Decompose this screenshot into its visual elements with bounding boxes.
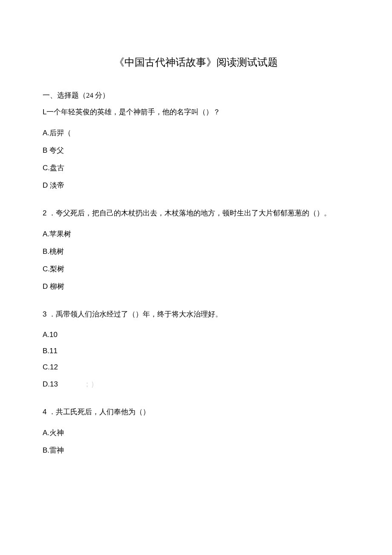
option-2b-text: 桃树: [49, 247, 64, 256]
option-1b-text: 夸父: [47, 146, 63, 154]
option-4b-text: 雷神: [49, 446, 64, 454]
question-4: 4 ．共工氏死后，人们奉他为（） A.火神 B.雷神: [43, 406, 349, 455]
option-4b: B.雷神: [43, 445, 349, 455]
option-3a-prefix: A.: [43, 331, 49, 339]
option-2d-prefix: D: [43, 282, 48, 291]
option-2b-prefix: B.: [43, 247, 49, 256]
option-3d-annotation: ；）: [84, 380, 98, 388]
option-4a: A.火神: [43, 428, 349, 438]
option-3b-text: 11: [49, 347, 58, 355]
option-1b-prefix: B: [43, 146, 47, 154]
option-1b: B 夸父: [43, 145, 349, 155]
option-1a-prefix: A.: [43, 129, 49, 137]
option-3c-text: 12: [50, 363, 58, 371]
option-3c-prefix: C.: [43, 363, 50, 371]
document-title: 《中国古代神话故事》阅读测试试题: [43, 55, 349, 69]
option-3d-prefix: D.: [43, 380, 50, 388]
question-1-text: L一个年轻英俊的英雄，是个神箭手，他的名字叫（）？: [43, 106, 349, 118]
option-1c: C.盘古: [43, 163, 349, 173]
question-4-body: ．共工氏死后，人们奉他为（）: [46, 408, 150, 416]
option-1a: A.后羿（: [43, 128, 349, 138]
option-3d: D.13；）: [43, 379, 349, 389]
option-1a-text: 后羿（: [49, 129, 71, 137]
option-2a-prefix: A.: [43, 230, 49, 238]
question-3-text: 3 ．禹带领人们治水经过了（）年，终于将大水治理好。: [43, 308, 349, 320]
option-1c-text: 盘古: [50, 164, 64, 172]
option-1d-prefix: D: [43, 181, 48, 189]
question-1-body: 一个年轻英俊的英雄，是个神箭手，他的名字叫（）？: [46, 108, 220, 116]
option-2c-text: 梨树: [50, 265, 64, 273]
option-3a-text: 10: [49, 331, 58, 339]
question-3: 3 ．禹带领人们治水经过了（）年，终于将大水治理好。 A.10 B.11 C.1…: [43, 308, 349, 389]
option-1d: D 淡帝: [43, 180, 349, 190]
option-1c-prefix: C.: [43, 164, 50, 172]
question-1: L一个年轻英俊的英雄，是个神箭手，他的名字叫（）？ A.后羿（ B 夸父 C.盘…: [43, 106, 349, 190]
question-2: 2 ．夸父死后，把自己的木杖扔出去，木杖落地的地方，顿时生出了大片郁郁葱葱的（）…: [43, 207, 349, 291]
option-2a: A.苹果树: [43, 229, 349, 239]
question-2-text: 2 ．夸父死后，把自己的木杖扔出去，木杖落地的地方，顿时生出了大片郁郁葱葱的（）…: [43, 207, 349, 219]
option-1d-text: 淡帝: [48, 181, 64, 189]
option-3c: C.12: [43, 363, 349, 372]
option-3b: B.11: [43, 347, 349, 355]
option-4b-prefix: B.: [43, 446, 49, 454]
option-4a-prefix: A.: [43, 429, 49, 437]
option-2a-text: 苹果树: [49, 230, 71, 238]
question-3-body: ．禹带领人们治水经过了（）年，终于将大水治理好。: [46, 310, 222, 318]
option-3d-text: 13: [50, 380, 58, 388]
option-2c: C.梨树: [43, 264, 349, 274]
section-header: 一、选择题（24 分）: [43, 90, 349, 100]
option-2c-prefix: C.: [43, 265, 50, 273]
question-4-text: 4 ．共工氏死后，人们奉他为（）: [43, 406, 349, 418]
option-3b-prefix: B.: [43, 347, 49, 355]
option-3a: A.10: [43, 331, 349, 339]
option-2b: B.桃树: [43, 247, 349, 256]
option-2d: D 柳树: [43, 282, 349, 291]
question-2-body: ．夸父死后，把自己的木杖扔出去，木杖落地的地方，顿时生出了大片郁郁葱葱的（）。: [46, 209, 331, 217]
option-2d-text: 柳树: [48, 282, 64, 291]
option-4a-text: 火神: [49, 429, 64, 437]
